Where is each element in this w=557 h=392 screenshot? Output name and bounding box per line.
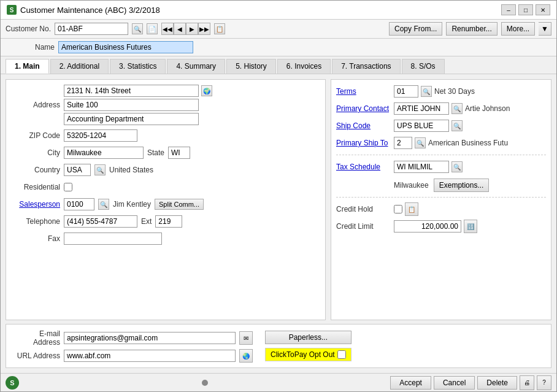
address-lookup-icon[interactable]: 🌍	[201, 85, 212, 96]
credit-hold-checkbox[interactable]	[394, 205, 402, 213]
country-lookup-icon[interactable]: 🔍	[94, 164, 106, 175]
ship-code-label[interactable]: Ship Code	[336, 121, 391, 130]
accept-button[interactable]: Accept	[390, 376, 431, 390]
fax-label: Fax	[11, 234, 60, 243]
help-icon[interactable]: ?	[537, 375, 551, 390]
split-comm-button[interactable]: Split Comm...	[155, 199, 204, 210]
window-title: Customer Maintenance (ABC) 3/2/2018	[20, 6, 160, 15]
terms-lookup-icon[interactable]: 🔍	[421, 86, 432, 97]
terms-row: Terms 🔍 Net 30 Days	[336, 85, 546, 98]
ext-label: Ext	[141, 217, 152, 226]
ship-to-code-input[interactable]	[394, 137, 412, 149]
more-dropdown-button[interactable]: ▼	[539, 22, 551, 36]
fax-row: Fax	[11, 232, 320, 245]
left-panel: Address 🌍 ZIP Code	[6, 79, 326, 320]
tax-schedule-row: Tax Schedule 🔍	[336, 160, 546, 174]
address-line3-input[interactable]	[64, 113, 199, 125]
city-input[interactable]	[64, 147, 144, 159]
copy-from-button[interactable]: Copy From...	[389, 22, 442, 36]
title-bar: S Customer Maintenance (ABC) 3/2/2018 – …	[1, 1, 556, 20]
toolbar: Customer No. 🔍 📄 ◀◀ ◀ ▶ ▶▶ 📋 Copy From..…	[1, 20, 556, 39]
ship-code-input[interactable]	[394, 120, 449, 132]
url-row: URL Address 🌏	[11, 349, 253, 363]
ext-input[interactable]	[155, 215, 182, 228]
search-icon-btn[interactable]: 🔍	[132, 23, 143, 34]
clicktopay-label: ClickToPay Opt Out	[271, 350, 335, 359]
terms-label[interactable]: Terms	[336, 87, 391, 96]
telephone-label: Telephone	[11, 217, 60, 226]
tax-schedule-label[interactable]: Tax Schedule	[336, 163, 391, 171]
clicktopay-row: ClickToPay Opt Out	[265, 348, 351, 361]
address-label: Address	[11, 101, 60, 109]
tab-summary[interactable]: 4. Summary	[167, 59, 225, 74]
prev-record-button[interactable]: ◀	[174, 23, 186, 35]
customer-no-input[interactable]	[55, 23, 128, 35]
city-label: City	[11, 148, 60, 157]
contact-lookup-icon[interactable]: 🔍	[451, 103, 463, 114]
more-button[interactable]: More...	[501, 22, 535, 36]
tab-transactions[interactable]: 7. Transactions	[332, 59, 400, 74]
country-code-input[interactable]	[64, 164, 91, 176]
ship-code-row: Ship Code 🔍	[336, 119, 546, 133]
tab-sos[interactable]: 8. S/Os	[402, 59, 445, 74]
telephone-input[interactable]	[64, 215, 137, 228]
city-state-row: City State	[11, 146, 320, 159]
exemptions-button[interactable]: Exemptions...	[434, 179, 490, 192]
next-record-button[interactable]: ▶	[186, 23, 198, 35]
cancel-button[interactable]: Cancel	[434, 376, 475, 390]
globe-icon[interactable]: 🌏	[239, 349, 253, 363]
paperless-button[interactable]: Paperless...	[265, 331, 351, 344]
notes-icon-btn[interactable]: 📋	[214, 23, 225, 34]
ship-to-lookup-icon[interactable]: 🔍	[415, 137, 426, 148]
url-input[interactable]	[64, 350, 236, 362]
primary-ship-to-label[interactable]: Primary Ship To	[336, 139, 391, 147]
credit-calc-icon[interactable]: 🔢	[464, 220, 477, 233]
bottom-panel: E-mail Address ✉ URL Address 🌏 Paperless…	[6, 324, 551, 368]
last-record-button[interactable]: ▶▶	[198, 23, 210, 35]
tab-statistics[interactable]: 3. Statistics	[110, 59, 166, 74]
residential-checkbox[interactable]	[64, 183, 72, 191]
print-icon[interactable]: 🖨	[520, 375, 534, 390]
renumber-button[interactable]: Renumber...	[446, 22, 497, 36]
fax-input[interactable]	[64, 233, 162, 245]
delete-button[interactable]: Delete	[477, 376, 517, 390]
credit-hold-notes-icon[interactable]: 📋	[405, 202, 418, 216]
salesperson-row: Salesperson 🔍 Jim Kentley Split Comm...	[11, 198, 320, 211]
salesperson-label[interactable]: Salesperson	[11, 200, 60, 209]
app-icon: S	[7, 5, 17, 15]
ship-code-lookup-icon[interactable]: 🔍	[451, 120, 463, 131]
email-icon[interactable]: ✉	[239, 331, 253, 345]
email-input[interactable]	[64, 332, 236, 344]
close-button[interactable]: ✕	[536, 4, 550, 15]
sage-icon[interactable]: S	[6, 376, 19, 390]
primary-contact-label[interactable]: Primary Contact	[336, 104, 391, 113]
state-input[interactable]	[168, 147, 190, 159]
credit-hold-row: Credit Hold 📋	[336, 202, 546, 216]
terms-code-input[interactable]	[394, 85, 418, 98]
tab-additional[interactable]: 2. Additional	[50, 59, 109, 74]
primary-contact-row: Primary Contact 🔍 Artie Johnson	[336, 102, 546, 115]
tax-lookup-icon[interactable]: 🔍	[451, 161, 463, 172]
tax-code-input[interactable]	[394, 161, 449, 173]
progress-dot	[202, 380, 208, 386]
address-line2-input[interactable]	[64, 99, 199, 111]
browse-icon-btn[interactable]: 📄	[147, 23, 158, 34]
maximize-button[interactable]: □	[518, 4, 533, 15]
address-line1-input[interactable]	[64, 85, 199, 97]
contact-code-input[interactable]	[394, 102, 449, 115]
zip-input[interactable]	[64, 129, 137, 142]
name-input[interactable]	[58, 41, 193, 53]
first-record-button[interactable]: ◀◀	[161, 23, 174, 35]
zip-row: ZIP Code	[11, 129, 320, 142]
tab-invoices[interactable]: 6. Invoices	[277, 59, 331, 74]
clicktopay-checkbox[interactable]	[337, 350, 346, 359]
status-bar: S Accept Cancel Delete 🖨 ?	[1, 373, 556, 391]
minimize-button[interactable]: –	[501, 4, 516, 15]
zip-label: ZIP Code	[11, 131, 60, 140]
tab-history[interactable]: 5. History	[226, 59, 276, 74]
credit-limit-input[interactable]	[394, 220, 461, 233]
tab-main[interactable]: 1. Main	[6, 59, 49, 74]
main-content: Address 🌍 ZIP Code	[1, 74, 556, 373]
salesperson-lookup-icon[interactable]: 🔍	[98, 199, 109, 210]
salesperson-code-input[interactable]	[64, 198, 94, 210]
